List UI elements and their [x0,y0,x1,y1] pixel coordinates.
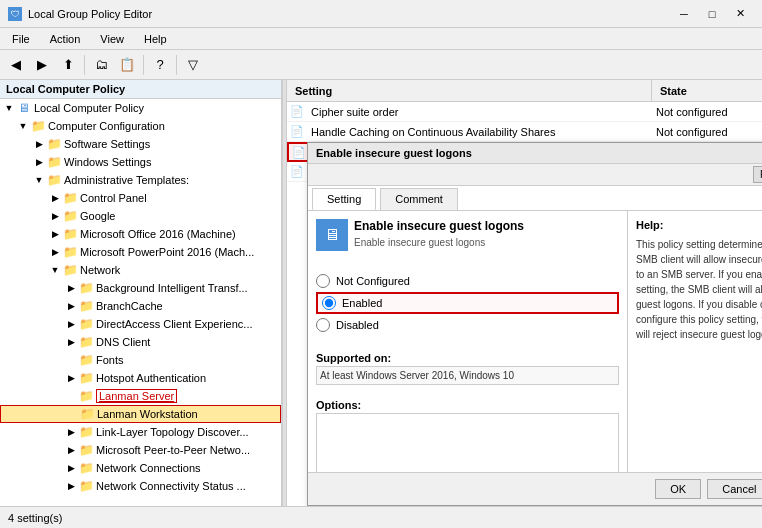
tree-label: Administrative Templates: [64,174,189,186]
tree-item-directaccess[interactable]: ▶ 📁 DirectAccess Client Experienc... [0,315,281,333]
tab-setting[interactable]: Setting [312,188,376,210]
expand-icon[interactable]: ▶ [64,281,78,295]
cancel-button[interactable]: Cancel [707,479,762,499]
expand-icon[interactable]: ▶ [48,209,62,223]
right-panel: Setting State 📄 Cipher suite order Not c… [287,80,762,506]
setting-icon: 📄 [287,125,307,138]
forward-button[interactable]: ▶ [30,53,54,77]
window-title: Local Group Policy Editor [28,8,152,20]
tree-item-branchcache[interactable]: ▶ 📁 BranchCache [0,297,281,315]
setting-state: Not configured [652,106,762,118]
tree-item-network[interactable]: ▼ 📁 Network [0,261,281,279]
expand-icon[interactable]: ▶ [48,245,62,259]
menu-file[interactable]: File [4,31,38,47]
expand-icon[interactable]: ▶ [64,335,78,349]
app-icon: 🛡 [8,7,22,21]
tree-item-software-settings[interactable]: ▶ 📁 Software Settings [0,135,281,153]
tree-label: Hotspot Authentication [96,372,206,384]
tree-item-local-computer-policy[interactable]: ▼ 🖥 Local Computer Policy [0,99,281,117]
tree-label: Computer Configuration [48,120,165,132]
setting-icon: 📄 [289,146,309,159]
up-button[interactable]: ⬆ [56,53,80,77]
radio-not-configured[interactable]: Not Configured [316,274,619,288]
expand-icon[interactable]: ▼ [2,101,16,115]
expand-icon[interactable] [64,353,78,367]
tree-item-background-intelligent[interactable]: ▶ 📁 Background Intelligent Transf... [0,279,281,297]
maximize-button[interactable]: □ [698,0,726,28]
folder-icon: 📁 [62,245,78,259]
folder-icon: 📁 [78,425,94,439]
tree-item-control-panel[interactable]: ▶ 📁 Control Panel [0,189,281,207]
tree-item-dns-client[interactable]: ▶ 📁 DNS Client [0,333,281,351]
expand-icon[interactable]: ▶ [48,227,62,241]
expand-icon[interactable] [65,407,79,421]
tree-item-computer-configuration[interactable]: ▼ 📁 Computer Configuration [0,117,281,135]
expand-icon[interactable]: ▼ [16,119,30,133]
folder-icon: 📁 [78,317,94,331]
tree-label: Microsoft Office 2016 (Machine) [80,228,236,240]
tree-item-google[interactable]: ▶ 📁 Google [0,207,281,225]
expand-icon[interactable]: ▶ [64,443,78,457]
filter-button[interactable]: ▽ [181,53,205,77]
expand-icon[interactable]: ▶ [64,317,78,331]
radio-enabled[interactable]: Enabled [316,292,619,314]
setting-row-cipher[interactable]: 📄 Cipher suite order Not configured [287,102,762,122]
minimize-button[interactable]: ─ [670,0,698,28]
previous-setting-button[interactable]: Previous Setti... [753,166,762,183]
tree-label: Lanman Workstation [97,408,198,420]
setting-row-handle-caching[interactable]: 📄 Handle Caching on Continuous Availabil… [287,122,762,142]
setting-name: Handle Caching on Continuous Availabilit… [307,126,652,138]
browse-button[interactable]: 📋 [115,53,139,77]
tree-item-ms-powerpoint[interactable]: ▶ 📁 Microsoft PowerPoint 2016 (Mach... [0,243,281,261]
tree-item-link-layer[interactable]: ▶ 📁 Link-Layer Topology Discover... [0,423,281,441]
expand-icon[interactable]: ▶ [32,155,46,169]
expand-icon[interactable]: ▶ [64,371,78,385]
tree-label: Microsoft PowerPoint 2016 (Mach... [80,246,254,258]
expand-icon[interactable]: ▶ [64,461,78,475]
radio-input-disabled[interactable] [316,318,330,332]
menu-help[interactable]: Help [136,31,175,47]
help-button[interactable]: ? [148,53,172,77]
radio-disabled[interactable]: Disabled [316,318,619,332]
radio-input-not-configured[interactable] [316,274,330,288]
tree-item-administrative-templates[interactable]: ▼ 📁 Administrative Templates: [0,171,281,189]
tree-label: Network Connectivity Status ... [96,480,246,492]
menu-view[interactable]: View [92,31,132,47]
expand-icon[interactable]: ▼ [32,173,46,187]
help-label: Help: [636,219,762,231]
tree-item-ms-office[interactable]: ▶ 📁 Microsoft Office 2016 (Machine) [0,225,281,243]
expand-icon[interactable] [64,389,78,403]
tree-item-ms-peer[interactable]: ▶ 📁 Microsoft Peer-to-Peer Netwo... [0,441,281,459]
folder-icon: 📁 [62,191,78,205]
ok-button[interactable]: OK [655,479,701,499]
expand-icon[interactable]: ▶ [64,479,78,493]
back-button[interactable]: ◀ [4,53,28,77]
folder-icon: 📁 [78,389,94,403]
tree-label: DNS Client [96,336,150,348]
tree-item-fonts[interactable]: 📁 Fonts [0,351,281,369]
left-panel: Local Computer Policy ▼ 🖥 Local Computer… [0,80,282,506]
tree-item-network-connections[interactable]: ▶ 📁 Network Connections [0,459,281,477]
tree-item-windows-settings[interactable]: ▶ 📁 Windows Settings [0,153,281,171]
tree-item-network-connectivity[interactable]: ▶ 📁 Network Connectivity Status ... [0,477,281,495]
tab-comment[interactable]: Comment [380,188,458,210]
expand-icon[interactable]: ▼ [48,263,62,277]
close-button[interactable]: ✕ [726,0,754,28]
expand-icon[interactable]: ▶ [32,137,46,151]
show-hide-button[interactable]: 🗂 [89,53,113,77]
radio-input-enabled[interactable] [322,296,336,310]
tree-item-lanman-server[interactable]: 📁 Lanman Server [0,387,281,405]
expand-icon[interactable]: ▶ [64,425,78,439]
dialog-footer: OK Cancel Apply [308,472,762,505]
menu-action[interactable]: Action [42,31,89,47]
folder-icon: 📁 [46,137,62,151]
folder-icon: 📁 [79,407,95,421]
expand-icon[interactable]: ▶ [48,191,62,205]
title-bar: 🛡 Local Group Policy Editor ─ □ ✕ [0,0,762,28]
tree-item-hotspot-auth[interactable]: ▶ 📁 Hotspot Authentication [0,369,281,387]
radio-group: Not Configured Enabled Disabled [316,274,619,332]
tree-item-lanman-workstation[interactable]: 📁 Lanman Workstation [0,405,281,423]
status-bar: 4 setting(s) [0,506,762,528]
expand-icon[interactable]: ▶ [64,299,78,313]
setting-name: Cipher suite order [307,106,652,118]
